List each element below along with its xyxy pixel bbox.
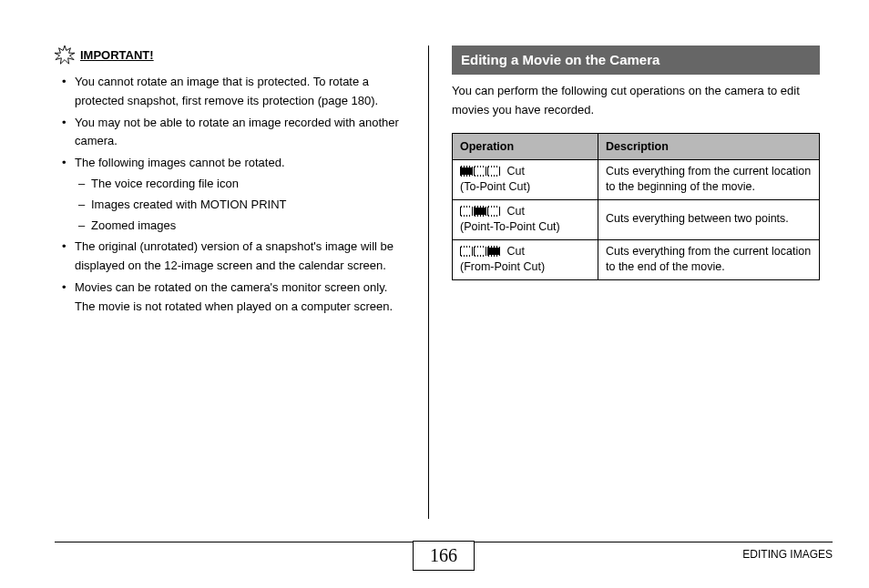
list-item: You may not be able to rotate an image r… bbox=[75, 114, 410, 152]
op-cell: Cut (To-Point Cut) bbox=[453, 159, 598, 199]
page-footer: 166 EDITING IMAGES bbox=[55, 542, 833, 561]
table-row: Cut (From-Point Cut) Cuts everything fro… bbox=[453, 239, 820, 279]
desc-cell: Cuts everything from the current locatio… bbox=[598, 239, 820, 279]
important-label: IMPORTANT! bbox=[80, 46, 154, 66]
filmstrip-icon bbox=[460, 247, 500, 256]
table-header-row: Operation Description bbox=[453, 133, 820, 159]
left-column: IMPORTANT! You cannot rotate an image th… bbox=[55, 46, 428, 519]
list-item: The following images cannot be rotated. … bbox=[75, 154, 410, 235]
list-item: The voice recording file icon bbox=[91, 175, 410, 194]
filmstrip-icon bbox=[460, 207, 500, 216]
section-title: Editing a Movie on the Camera bbox=[452, 46, 820, 75]
op-sublabel: (From-Point Cut) bbox=[460, 260, 545, 273]
table-row: Cut (Point-To-Point Cut) Cuts everything… bbox=[453, 199, 820, 239]
th-description: Description bbox=[598, 133, 820, 159]
list-item: Zoomed images bbox=[91, 217, 410, 236]
content-columns: IMPORTANT! You cannot rotate an image th… bbox=[55, 46, 833, 519]
op-sublabel: (Point-To-Point Cut) bbox=[460, 220, 560, 233]
operations-table: Operation Description Cut (To-Point Cut)… bbox=[452, 133, 820, 280]
desc-cell: Cuts everything between two points. bbox=[598, 199, 820, 239]
important-header: IMPORTANT! bbox=[55, 46, 410, 66]
op-label: Cut bbox=[506, 165, 524, 177]
op-cell: Cut (From-Point Cut) bbox=[453, 239, 598, 279]
manual-page: IMPORTANT! You cannot rotate an image th… bbox=[0, 0, 869, 588]
op-label: Cut bbox=[506, 245, 524, 258]
footer-section-label: EDITING IMAGES bbox=[742, 548, 833, 561]
filmstrip-icon bbox=[460, 167, 500, 176]
important-list: You cannot rotate an image that is prote… bbox=[55, 73, 410, 317]
table-row: Cut (To-Point Cut) Cuts everything from … bbox=[453, 159, 820, 199]
list-item: You cannot rotate an image that is prote… bbox=[75, 73, 410, 111]
section-intro: You can perform the following cut operat… bbox=[452, 82, 820, 120]
list-item: Images created with MOTION PRINT bbox=[91, 196, 410, 215]
list-item: Movies can be rotated on the camera's mo… bbox=[75, 279, 410, 317]
op-label: Cut bbox=[506, 205, 524, 218]
op-cell: Cut (Point-To-Point Cut) bbox=[453, 199, 598, 239]
burst-icon bbox=[55, 46, 75, 66]
th-operation: Operation bbox=[453, 133, 598, 159]
sub-list: The voice recording file icon Images cre… bbox=[75, 175, 410, 235]
list-item: The original (unrotated) version of a sn… bbox=[75, 238, 410, 276]
right-column: Editing a Movie on the Camera You can pe… bbox=[428, 46, 820, 519]
svg-marker-0 bbox=[55, 46, 75, 64]
op-sublabel: (To-Point Cut) bbox=[460, 180, 530, 193]
page-number: 166 bbox=[413, 541, 475, 571]
desc-cell: Cuts everything from the current locatio… bbox=[598, 159, 820, 199]
